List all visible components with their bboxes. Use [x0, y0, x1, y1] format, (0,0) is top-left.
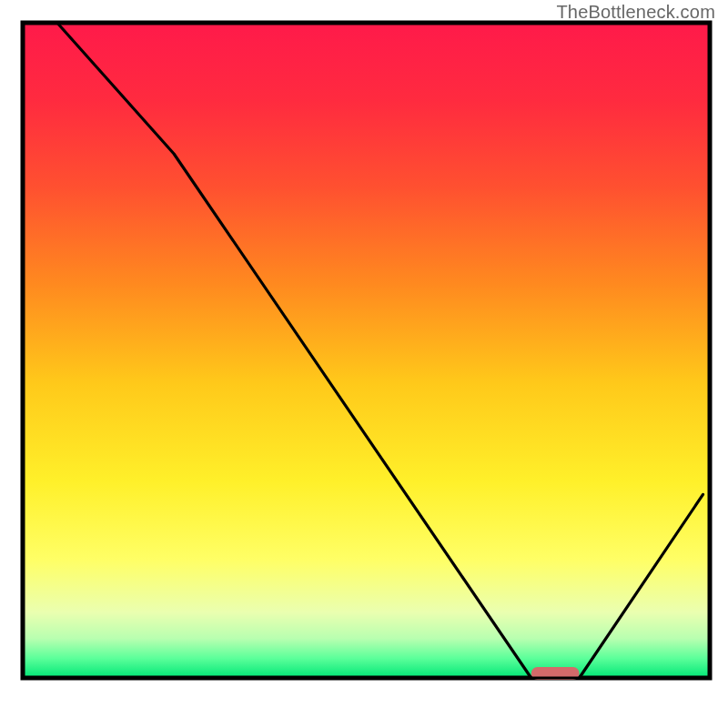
watermark-text: TheBottleneck.com [556, 2, 715, 23]
plot-area [23, 23, 710, 678]
chart-container: { "watermark": "TheBottleneck.com", "cha… [0, 0, 728, 728]
chart-svg [0, 0, 728, 728]
